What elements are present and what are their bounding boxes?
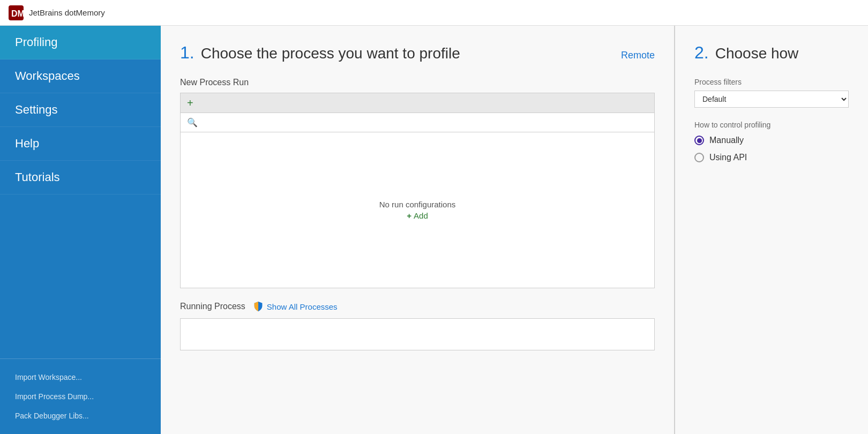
step1-panel: 1. Choose the process you want to profil… xyxy=(161,26,675,434)
add-config-link[interactable]: + Add xyxy=(407,211,428,220)
sidebar-item-profiling[interactable]: Profiling xyxy=(0,26,161,59)
show-all-label: Show All Processes xyxy=(267,302,338,311)
step2-panel: 2. Choose how Process filters Default Ho… xyxy=(675,26,868,434)
sidebar-item-tutorials[interactable]: Tutorials xyxy=(0,161,161,194)
sidebar-item-help-label: Help xyxy=(15,137,39,151)
search-icon: 🔍 xyxy=(187,117,198,128)
sidebar-footer-import-workspace[interactable]: Import Workspace... xyxy=(0,368,161,387)
sidebar-item-settings[interactable]: Settings xyxy=(0,93,161,127)
new-process-section-header: New Process Run xyxy=(180,78,655,87)
radio-manually-dot xyxy=(697,138,702,143)
sidebar-item-profiling-label: Profiling xyxy=(15,35,57,49)
config-search-input[interactable] xyxy=(202,118,648,127)
radio-manually-label: Manually xyxy=(709,136,744,145)
add-config-button[interactable]: + xyxy=(187,98,193,108)
running-section-title: Running Process xyxy=(180,302,245,311)
sidebar-item-workspaces-label: Workspaces xyxy=(15,69,80,83)
remote-link[interactable]: Remote xyxy=(621,50,655,61)
running-section-header: Running Process Show All Processes xyxy=(180,301,655,312)
process-filters-label: Process filters xyxy=(694,78,849,86)
show-all-processes-link[interactable]: Show All Processes xyxy=(253,301,338,312)
radio-manually-btn[interactable] xyxy=(694,136,704,145)
sidebar-item-help[interactable]: Help xyxy=(0,127,161,161)
app-title: JetBrains dotMemory xyxy=(29,8,105,17)
sidebar: Profiling Workspaces Settings Help Tutor… xyxy=(0,26,161,434)
sidebar-item-workspaces[interactable]: Workspaces xyxy=(0,59,161,93)
shield-icon xyxy=(253,301,264,312)
config-search-bar: 🔍 xyxy=(181,113,654,132)
sidebar-footer: Import Workspace... Import Process Dump.… xyxy=(0,358,161,434)
svg-text:DM: DM xyxy=(11,9,24,18)
sidebar-footer-import-process-dump[interactable]: Import Process Dump... xyxy=(0,387,161,406)
config-box: + 🔍 No run configurations + Add xyxy=(180,93,655,288)
sidebar-footer-pack-debugger-libs[interactable]: Pack Debugger Libs... xyxy=(0,406,161,425)
config-empty-state: No run configurations + Add xyxy=(181,132,654,288)
radio-using-api[interactable]: Using API xyxy=(694,153,849,162)
step1-title: Choose the process you want to profile xyxy=(201,45,460,62)
titlebar: DM JetBrains dotMemory xyxy=(0,0,868,26)
radio-using-api-btn[interactable] xyxy=(694,153,704,162)
sidebar-item-settings-label: Settings xyxy=(15,103,58,117)
step1-number: 1. xyxy=(180,43,194,63)
step1-header: 1. Choose the process you want to profil… xyxy=(180,43,655,63)
step2-title: Choose how xyxy=(715,45,799,62)
running-process-table xyxy=(180,318,655,350)
process-filters-select[interactable]: Default xyxy=(694,91,849,108)
sidebar-nav: Profiling Workspaces Settings Help Tutor… xyxy=(0,26,161,358)
control-profiling-label: How to control profiling xyxy=(694,121,849,129)
content-area: 1. Choose the process you want to profil… xyxy=(161,26,868,434)
step2-header: 2. Choose how xyxy=(694,43,849,63)
step2-number: 2. xyxy=(694,43,709,63)
radio-manually[interactable]: Manually xyxy=(694,136,849,145)
add-plus-icon: + xyxy=(407,211,411,220)
app-logo: DM xyxy=(9,5,24,20)
sidebar-item-tutorials-label: Tutorials xyxy=(15,170,60,184)
no-configs-text: No run configurations xyxy=(379,200,456,209)
main-layout: Profiling Workspaces Settings Help Tutor… xyxy=(0,26,868,434)
radio-using-api-label: Using API xyxy=(709,153,747,162)
config-toolbar: + xyxy=(181,93,654,113)
